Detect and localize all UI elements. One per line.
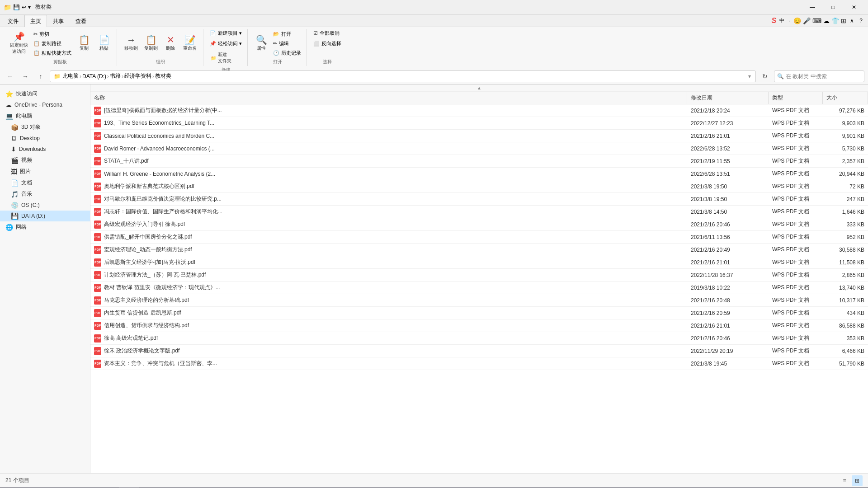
sidebar-item-music[interactable]: 🎵 音乐 (0, 188, 90, 200)
sidebar-item-videos[interactable]: 🎬 视频 (0, 155, 90, 166)
sidebar-item-desktop[interactable]: 🖥 Desktop (0, 133, 90, 144)
move-button[interactable]: → 移动到 (122, 33, 141, 53)
breadcrumb-part3[interactable]: 书籍 (110, 72, 121, 80)
table-row[interactable]: PDF 193、Time Series Econometrics_Learnin… (90, 117, 868, 130)
quick-access-icon1[interactable]: 💾 (13, 4, 20, 10)
easy-access-button[interactable]: 📌 轻松访问 ▾ (208, 39, 244, 48)
up-button[interactable]: ↑ (34, 70, 47, 83)
col-header-type[interactable]: 类型 (769, 92, 823, 104)
minimize-button[interactable]: — (802, 0, 823, 14)
table-row[interactable]: PDF 冯志轩：国际价值、国际生产价格和利润平均化... 2021/3/8 14… (90, 206, 868, 218)
sidebar-item-documents[interactable]: 📄 文档 (0, 177, 90, 188)
wps-mic-btn[interactable]: 🎤 (803, 17, 811, 24)
wps-zhong-btn[interactable]: 中 (778, 16, 786, 25)
ribbon-collapse-btn[interactable]: ∧ (848, 18, 856, 24)
cut-button[interactable]: ✂ 剪切 (32, 30, 73, 38)
open-button[interactable]: 📂 打开 (271, 30, 303, 38)
sidebar-item-pictures[interactable]: 🖼 图片 (0, 166, 90, 177)
search-input[interactable] (786, 73, 858, 80)
detail-view-button[interactable]: ≡ (839, 475, 850, 486)
file-size: 9,903 KB (823, 117, 868, 129)
breadcrumb-part1[interactable]: 此电脑 (62, 72, 79, 80)
table-row[interactable]: PDF David Romer - Advanced Macroeconomic… (90, 142, 868, 155)
sidebar-item-3d-objects[interactable]: 📦 3D 对象 (0, 122, 90, 133)
col-header-size[interactable]: 大小 (823, 92, 868, 104)
sidebar-item-downloads[interactable]: ⬇ Downloads (0, 144, 90, 155)
wps-emoji-btn[interactable]: 😊 (793, 17, 801, 24)
table-row[interactable]: PDF 宏观经济理论_动态一般均衡方法.pdf 2021/2/16 20:49 … (90, 244, 868, 256)
table-row[interactable]: PDF 供需错配_解开中国房价分化之谜.pdf 2021/6/11 13:56 … (90, 231, 868, 244)
table-row[interactable]: PDF Classical Political Economics and Mo… (90, 130, 868, 142)
rename-button[interactable]: 📝 重命名 (180, 33, 199, 53)
breadcrumb-part2[interactable]: DATA (D:) (82, 73, 106, 80)
edit-button[interactable]: ✏ 编辑 (271, 39, 303, 48)
col-header-date[interactable]: 修改日期 (687, 92, 769, 104)
new-item-button[interactable]: 📄 新建项目 ▾ (208, 29, 244, 38)
col-header-name[interactable]: 名称 (90, 92, 687, 104)
copy-button[interactable]: 📋 复制 (75, 33, 93, 53)
file-name: PDF 奥地利学派和新古典范式核心区别.pdf (90, 180, 687, 192)
table-row[interactable]: PDF 教材 曹钦译 范里安《微观经济学：现代观点》... 2019/3/18 … (90, 282, 868, 294)
large-icon-view-button[interactable]: ⊞ (852, 475, 863, 486)
ribbon-help-btn[interactable]: ? (858, 18, 864, 24)
table-row[interactable]: PDF 徐禾 政治经济学概论文字版.pdf 2022/11/29 20:19 W… (90, 345, 868, 357)
back-button[interactable]: ← (4, 70, 16, 83)
invert-selection-button[interactable]: ⬜ 反向选择 (311, 39, 343, 48)
sidebar-item-network[interactable]: 🌐 网络 (0, 221, 90, 233)
quick-access-icon3[interactable]: ▾ (28, 4, 31, 10)
table-row[interactable]: PDF William H. Greene - Econometric Anal… (90, 168, 868, 180)
music-icon: 🎵 (11, 191, 19, 198)
select-all-button[interactable]: ☑ 全部取消 (311, 29, 341, 38)
table-row[interactable]: PDF 后凯恩斯主义经济学-[加]马克·拉沃.pdf 2021/2/16 21:… (90, 256, 868, 269)
paste-shortcut-button[interactable]: 📋 粘贴快捷方式 (32, 49, 73, 57)
refresh-button[interactable]: ↻ (759, 70, 771, 83)
table-row[interactable]: PDF 资本主义：竞争、冲突与危机（亚当斯密、李... 2021/3/8 19:… (90, 357, 868, 370)
wps-grid-btn[interactable]: ⊞ (841, 17, 846, 24)
table-row[interactable]: PDF 马克思主义经济理论的分析基础.pdf 2021/2/16 20:48 W… (90, 294, 868, 307)
table-row[interactable]: PDF 徐高 高级宏观笔记.pdf 2021/2/16 20:46 WPS PD… (90, 332, 868, 345)
table-row[interactable]: PDF 对马歇尔和庞巴维克价值决定理论的比较研究.p... 2021/3/8 1… (90, 193, 868, 206)
desktop-icon: 🖥 (11, 135, 17, 142)
address-path[interactable]: 📁 此电脑 › DATA (D:) › 书籍 › 经济学资料 › 教材类 ▾ (50, 70, 756, 82)
sidebar-item-onedrive[interactable]: ☁ OneDrive - Persona (0, 99, 90, 110)
properties-button[interactable]: 🔍 属性 (252, 33, 270, 53)
copy-path-button[interactable]: 📋 复制路径 (32, 39, 73, 48)
forward-button[interactable]: → (19, 70, 32, 83)
file-type: WPS PDF 文档 (769, 206, 823, 218)
quick-access-icon2[interactable]: ↩ (22, 4, 26, 10)
maximize-button[interactable]: □ (823, 0, 844, 14)
search-box[interactable]: 🔍 (774, 70, 864, 82)
sidebar-item-data-d[interactable]: 💾 DATA (D:) (0, 211, 90, 221)
pin-button[interactable]: 📌 固定到快速访问 (7, 30, 31, 56)
wps-celsius-btn[interactable]: · (788, 17, 792, 24)
sidebar-item-quick-access[interactable]: ⭐ 快速访问 (0, 88, 90, 99)
table-row[interactable]: PDF [伍德里奇]横截面与面板数据的经济计量分析(中... 2021/2/18… (90, 104, 868, 117)
history-button[interactable]: 🕐 历史记录 (271, 49, 303, 57)
wps-shirt-btn[interactable]: 👕 (831, 17, 839, 24)
sidebar-item-this-pc[interactable]: 💻 此电脑 (0, 110, 90, 122)
tab-home[interactable]: 主页 (24, 15, 47, 27)
table-row[interactable]: PDF 高级宏观经济学入门导引 徐高.pdf 2021/2/16 20:46 W… (90, 218, 868, 231)
tab-view[interactable]: 查看 (70, 15, 92, 27)
path-dropdown[interactable]: ▾ (748, 73, 751, 80)
table-row[interactable]: PDF 奥地利学派和新古典范式核心区别.pdf 2021/3/8 19:50 W… (90, 180, 868, 193)
sidebar-item-os-c[interactable]: 💿 OS (C:) (0, 200, 90, 211)
breadcrumb-part4[interactable]: 经济学资料 (124, 72, 151, 80)
table-row[interactable]: PDF 内生货币 信贷创造 后凯恩斯.pdf 2021/2/16 20:59 W… (90, 307, 868, 319)
tab-file[interactable]: 文件 (2, 15, 24, 27)
new-folder-button[interactable]: 📁 新建文件夹 (208, 50, 234, 66)
tab-share[interactable]: 共享 (47, 15, 70, 27)
file-size: 51,790 KB (823, 357, 868, 370)
delete-button[interactable]: ✕ 删除 (161, 33, 179, 53)
wps-s-icon[interactable]: S (772, 17, 777, 25)
close-button[interactable]: ✕ (844, 0, 864, 14)
path-sep1: › (80, 73, 81, 80)
sort-toggle-icon[interactable]: ▲ (477, 85, 481, 90)
wps-cloud-btn[interactable]: ☁ (823, 17, 830, 24)
table-row[interactable]: PDF 计划经济管理方法_（苏）阿·瓦·巴楚林.pdf 2022/11/28 1… (90, 269, 868, 282)
paste-button[interactable]: 📄 粘贴 (95, 33, 113, 53)
copy-to-button[interactable]: 📋 复制到 (142, 33, 160, 53)
table-row[interactable]: PDF 信用创造、货币供求与经济结构.pdf 2021/2/16 21:01 W… (90, 319, 868, 332)
table-row[interactable]: PDF STATA_十八讲.pdf 2021/2/19 11:55 WPS PD… (90, 155, 868, 168)
wps-keyboard-btn[interactable]: ⌨ (812, 17, 821, 24)
